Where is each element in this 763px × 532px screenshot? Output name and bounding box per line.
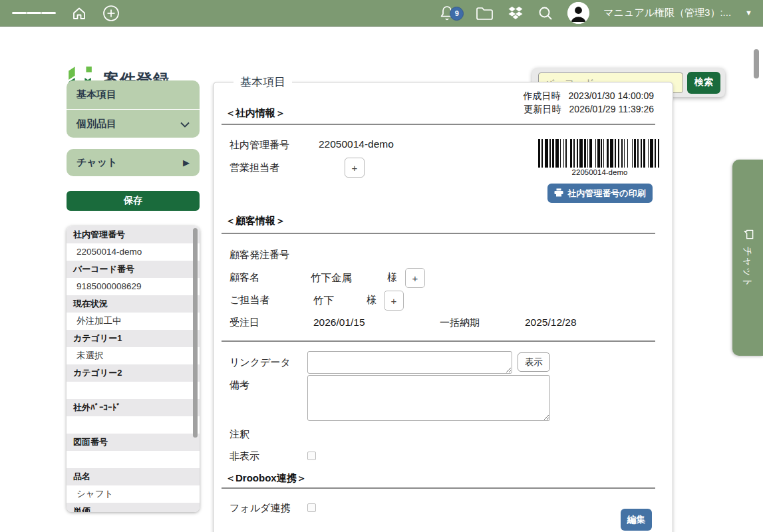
customer-name-value: 竹下金属 bbox=[311, 271, 352, 285]
save-button[interactable]: 保存 bbox=[67, 191, 200, 211]
summary-row: 単価 bbox=[67, 503, 200, 512]
search-icon[interactable] bbox=[537, 5, 553, 21]
chat-bubble-icon bbox=[741, 229, 754, 240]
summary-row: 社内管理番号 22050014-demo bbox=[67, 226, 200, 261]
annotation-label: 注釈 bbox=[229, 428, 249, 441]
summary-row-value: 9185000008629 bbox=[67, 278, 200, 295]
contact-person-honorific: 様 bbox=[367, 294, 377, 307]
sidebar-chat-label: チャット bbox=[76, 156, 117, 169]
order-date-value: 2026/01/15 bbox=[313, 317, 365, 329]
menu-icon[interactable] bbox=[12, 10, 56, 16]
add-sales-rep-button[interactable]: + bbox=[345, 158, 365, 178]
sidebar-item-basic[interactable]: 基本項目 bbox=[67, 80, 200, 109]
chat-side-tab-inner: チャット bbox=[732, 178, 763, 338]
sidebar-item-individual-label: 個別品目 bbox=[76, 118, 116, 130]
summary-row-value: 22050014-demo bbox=[67, 243, 200, 261]
summary-row-label: 品名 bbox=[67, 468, 200, 485]
add-new-icon[interactable] bbox=[102, 5, 120, 22]
barcode-caption: 22050014-demo bbox=[538, 168, 661, 176]
sidebar: 基本項目 個別品目 チャット ▶ 保存 社内管理番号 22050014-demo… bbox=[67, 80, 200, 512]
chevron-down-icon bbox=[180, 118, 190, 130]
print-control-number-button[interactable]: 社内管理番号の印刷 bbox=[547, 184, 653, 203]
droobox-heading: ＜Droobox連携＞ bbox=[226, 472, 307, 485]
divider bbox=[222, 124, 655, 125]
sidebar-chat-toggle[interactable]: チャット ▶ bbox=[67, 149, 200, 176]
summary-row: カテゴリー1 未選択 bbox=[67, 330, 200, 364]
barcode-image bbox=[538, 139, 661, 168]
created-at-value: 2023/01/30 14:00:09 bbox=[569, 89, 654, 102]
sidebar-item-basic-label: 基本項目 bbox=[76, 88, 116, 101]
summary-row-value: 外注加工中 bbox=[67, 313, 200, 330]
add-customer-button[interactable]: + bbox=[405, 268, 425, 288]
memo-input[interactable] bbox=[307, 375, 550, 421]
dropbox-icon[interactable] bbox=[508, 6, 524, 21]
divider bbox=[222, 340, 655, 342]
chevron-right-icon: ▶ bbox=[183, 158, 190, 168]
control-number-label: 社内管理番号 bbox=[229, 139, 289, 152]
summary-row: 社外ﾊﾞｰｺｰﾄﾞ bbox=[67, 399, 200, 434]
customer-po-label: 顧客発注番号 bbox=[229, 249, 289, 261]
notifications-bell-icon[interactable]: 9 bbox=[439, 5, 455, 22]
hidden-label: 非表示 bbox=[229, 450, 259, 463]
window-scrollbar[interactable] bbox=[754, 49, 759, 78]
app-root: 9 マニュアル権限（管理3）:... ▼ bbox=[0, 0, 763, 532]
batch-due-label: 一括納期 bbox=[440, 317, 480, 329]
summary-row-label: カテゴリー2 bbox=[67, 364, 200, 382]
chevron-down-icon[interactable]: ▼ bbox=[745, 9, 752, 17]
page-header: 案件登録 検索 bbox=[0, 27, 763, 73]
summary-row: 現在状況 外注加工中 bbox=[67, 295, 200, 330]
user-menu-label[interactable]: マニュアル権限（管理3）:... bbox=[603, 7, 731, 19]
summary-list: 社内管理番号 22050014-demo バーコード番号 91850000086… bbox=[67, 226, 200, 512]
notification-count-badge: 9 bbox=[450, 7, 464, 21]
show-button[interactable]: 表示 bbox=[518, 352, 550, 372]
summary-panel: 社内管理番号 22050014-demo バーコード番号 91850000086… bbox=[67, 226, 200, 512]
printer-icon bbox=[554, 188, 563, 199]
avatar[interactable] bbox=[567, 2, 589, 24]
hidden-checkbox[interactable] bbox=[307, 452, 316, 460]
topbar-right-group: 9 マニュアル権限（管理3）:... ▼ bbox=[439, 2, 763, 24]
updated-at-value: 2026/01/29 11:39:26 bbox=[569, 102, 654, 116]
summary-row-value: 未選択 bbox=[67, 347, 200, 364]
order-date-label: 受注日 bbox=[229, 317, 259, 329]
summary-row: 品名 シャフト bbox=[67, 468, 200, 503]
summary-row-label: 社内管理番号 bbox=[67, 226, 200, 243]
summary-row: バーコード番号 9185000008629 bbox=[67, 261, 200, 295]
summary-row: カテゴリー2 bbox=[67, 364, 200, 399]
summary-row-label: 現在状況 bbox=[67, 295, 200, 313]
barcode-block: 22050014-demo bbox=[538, 139, 661, 176]
internal-info-heading: ＜社内情報＞ bbox=[226, 107, 285, 120]
divider bbox=[222, 233, 655, 234]
topbar: 9 マニュアル権限（管理3）:... ▼ bbox=[0, 0, 763, 27]
summary-row-label: 単価 bbox=[67, 503, 200, 512]
summary-row-value bbox=[67, 416, 200, 434]
contact-person-label: ご担当者 bbox=[229, 294, 269, 307]
summary-row: 図面番号 bbox=[67, 434, 200, 468]
add-contact-button[interactable]: + bbox=[384, 291, 404, 311]
folder-link-checkbox[interactable] bbox=[307, 503, 316, 512]
updated-at-label: 更新日時 bbox=[524, 102, 561, 116]
created-at-label: 作成日時 bbox=[524, 89, 561, 102]
summary-row-label: 社外ﾊﾞｰｺｰﾄﾞ bbox=[67, 399, 200, 416]
home-icon[interactable] bbox=[71, 5, 87, 21]
customer-name-label: 顧客名 bbox=[229, 271, 259, 284]
batch-due-value: 2025/12/28 bbox=[525, 317, 577, 329]
summary-scrollbar[interactable] bbox=[193, 228, 198, 438]
print-button-label: 社内管理番号の印刷 bbox=[567, 188, 645, 200]
chat-side-tab[interactable]: チャット bbox=[732, 160, 763, 356]
folder-icon[interactable] bbox=[476, 6, 494, 21]
chat-side-tab-label: チャット bbox=[742, 246, 754, 287]
folder-link-label: フォルダ連携 bbox=[229, 502, 290, 515]
contact-person-value: 竹下 bbox=[313, 294, 334, 308]
summary-row-label: カテゴリー1 bbox=[67, 330, 200, 347]
summary-row-label: 図面番号 bbox=[67, 434, 200, 451]
edit-button[interactable]: 編集 bbox=[621, 509, 652, 531]
summary-row-value: シャフト bbox=[67, 485, 200, 503]
summary-row-label: バーコード番号 bbox=[67, 261, 200, 278]
sidebar-item-individual[interactable]: 個別品目 bbox=[67, 109, 200, 138]
memo-label: 備考 bbox=[229, 379, 249, 392]
control-number-value: 22050014-demo bbox=[319, 138, 394, 150]
link-data-input[interactable] bbox=[307, 351, 512, 374]
sales-rep-label: 営業担当者 bbox=[229, 162, 279, 174]
barcode-search-button[interactable]: 検索 bbox=[687, 72, 720, 94]
link-data-label: リンクデータ bbox=[229, 356, 291, 369]
